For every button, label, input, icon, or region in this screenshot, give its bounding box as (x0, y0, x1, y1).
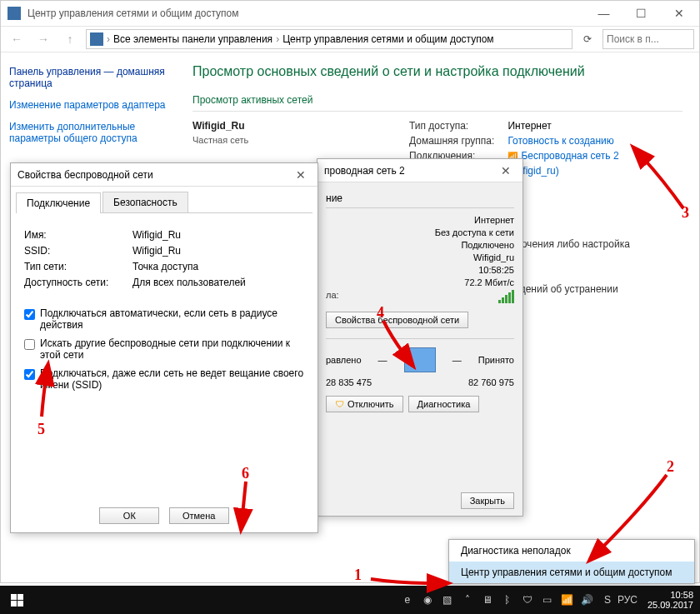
tray-edge-icon[interactable]: e (401, 593, 414, 607)
cancel-button[interactable]: Отмена (169, 507, 229, 524)
taskbar-clock[interactable]: 10:58 25.09.2017 (641, 590, 700, 610)
back-button[interactable]: ← (6, 28, 28, 50)
checkbox-hidden-ssid[interactable]: Подключаться, даже если сеть не ведет ве… (24, 367, 304, 391)
status-duration: 10:58:25 (478, 265, 514, 275)
value-access: Интернет (508, 120, 618, 132)
status-section-connection: ние (326, 192, 514, 204)
active-networks-heading: Просмотр активных сетей (192, 94, 682, 106)
tray-volume-icon[interactable]: 🔊 (581, 593, 594, 607)
breadcrumb[interactable]: › Все элементы панели управления › Центр… (86, 29, 572, 49)
status-ssid: Wifigid_ru (473, 252, 514, 262)
refresh-button[interactable]: ⟳ (578, 29, 598, 49)
label-homegroup: Домашняя группа: (409, 135, 494, 147)
network-type: Частная сеть (192, 135, 409, 145)
diagnostics-button[interactable]: Диагностика (408, 396, 480, 412)
tray-shield-icon[interactable]: 🛡 (521, 593, 534, 607)
activity-recv-label: Принято (478, 355, 514, 365)
tray-skype-icon[interactable]: S (601, 593, 614, 607)
prop-name: Wifigid_Ru (132, 229, 181, 241)
checkbox-search-others[interactable]: Искать другие беспроводные сети при подк… (24, 337, 304, 361)
status-state: Подключено (461, 240, 514, 250)
taskbar: e ◉ ▧ ˄ 🖥 ᛒ 🛡 ▭ 📶 🔊 S РУС 10:58 25.09.20… (0, 586, 700, 614)
activity-sent: 28 835 475 (326, 377, 372, 387)
ok-button[interactable]: ОК (99, 507, 159, 524)
tab-security[interactable]: Безопасность (102, 192, 188, 212)
tray-bluetooth-icon[interactable]: ᛒ (501, 593, 514, 607)
status-ipv6: Без доступа к сети (435, 227, 514, 237)
status-close-footer-button[interactable]: Закрыть (461, 492, 514, 509)
forward-button[interactable]: → (32, 28, 54, 50)
sidebar-header: Панель управления — домашняя страница (9, 66, 168, 89)
partial-text-1: ключения либо настройка (509, 238, 682, 250)
tray-network-icon[interactable]: 📶 (561, 593, 574, 607)
maximize-button[interactable]: ☐ (622, 2, 660, 25)
breadcrumb-root[interactable]: Все элементы панели управления (113, 33, 272, 45)
checkbox-auto-connect[interactable]: Подключаться автоматически, если сеть в … (24, 307, 304, 331)
annotation-4: 4 (377, 304, 384, 322)
address-bar: ← → ↑ › Все элементы панели управления ›… (1, 26, 699, 52)
signal-bars-icon (498, 290, 514, 303)
annotation-2: 2 (667, 458, 674, 476)
tray-app2-icon[interactable]: ▧ (441, 593, 454, 607)
sidebar-link-sharing[interactable]: Изменить дополнительные параметры общего… (9, 121, 168, 144)
system-tray: e ◉ ▧ ˄ 🖥 ᛒ 🛡 ▭ 📶 🔊 S РУС (394, 593, 641, 607)
close-button[interactable]: ✕ (660, 2, 698, 25)
menu-diagnostics[interactable]: Диагностика неполадок (449, 540, 694, 562)
activity-recv: 82 760 975 (468, 377, 514, 387)
up-button[interactable]: ↑ (59, 28, 81, 50)
status-signal-label: ла: (326, 290, 339, 305)
tab-connection[interactable]: Подключение (16, 192, 101, 213)
prop-ssid: Wifigid_Ru (132, 245, 181, 257)
titlebar: Центр управления сетями и общим доступом… (1, 1, 699, 26)
label-access: Тип доступа: (409, 120, 494, 132)
prop-nettype: Точка доступа (132, 261, 198, 272)
partial-text-2: ведений об устранении (509, 283, 682, 295)
tray-monitor-icon[interactable]: 🖥 (481, 593, 494, 607)
search-input[interactable] (602, 29, 694, 49)
disable-button[interactable]: 🛡Отключить (326, 396, 403, 412)
wifi-properties-dialog: Свойства беспроводной сети ✕ Подключение… (10, 162, 318, 533)
page-heading: Просмотр основных сведений о сети и наст… (192, 64, 682, 79)
breadcrumb-icon (90, 32, 103, 46)
annotation-5: 5 (38, 421, 45, 438)
tray-app-icon[interactable]: ◉ (421, 593, 434, 607)
breadcrumb-leaf[interactable]: Центр управления сетями и общим доступом (282, 33, 494, 45)
props-dialog-title: Свойства беспроводной сети (18, 169, 291, 181)
tray-context-menu: Диагностика неполадок Центр управления с… (448, 539, 695, 584)
tray-battery-icon[interactable]: ▭ (541, 593, 554, 607)
status-speed: 72.2 Мбит/с (464, 277, 514, 287)
activity-sent-label: равлено (326, 355, 362, 365)
tray-chevron-up-icon[interactable]: ˄ (461, 593, 474, 607)
annotation-1: 1 (354, 567, 362, 584)
start-button[interactable] (0, 586, 33, 614)
window-title: Центр управления сетями и общим доступом (28, 7, 585, 19)
value-connection[interactable]: Беспроводная сеть 2 (521, 150, 618, 162)
app-icon (8, 7, 21, 20)
menu-network-center[interactable]: Центр управления сетями и общим доступом (449, 562, 694, 583)
annotation-3: 3 (682, 204, 689, 222)
wifi-properties-button[interactable]: Свойства беспроводной сети (326, 312, 468, 328)
status-close-button[interactable]: ✕ (496, 164, 516, 177)
activity-icon (404, 347, 436, 372)
value-homegroup[interactable]: Готовность к созданию (508, 135, 613, 147)
network-name: Wifigid_Ru (192, 120, 409, 132)
prop-availability: Для всех пользователей (132, 277, 246, 288)
tray-lang[interactable]: РУС (621, 593, 634, 607)
status-ipv4: Интернет (474, 215, 514, 225)
annotation-6: 6 (242, 465, 249, 482)
wifi-status-dialog: проводная сеть 2 ✕ ние Интернет Без дост… (317, 158, 523, 517)
props-close-button[interactable]: ✕ (291, 168, 311, 182)
minimize-button[interactable]: — (585, 2, 622, 25)
status-dialog-title: проводная сеть 2 (324, 165, 496, 177)
shield-icon: 🛡 (335, 399, 344, 409)
sidebar-link-adapter[interactable]: Изменение параметров адаптера (9, 99, 168, 111)
